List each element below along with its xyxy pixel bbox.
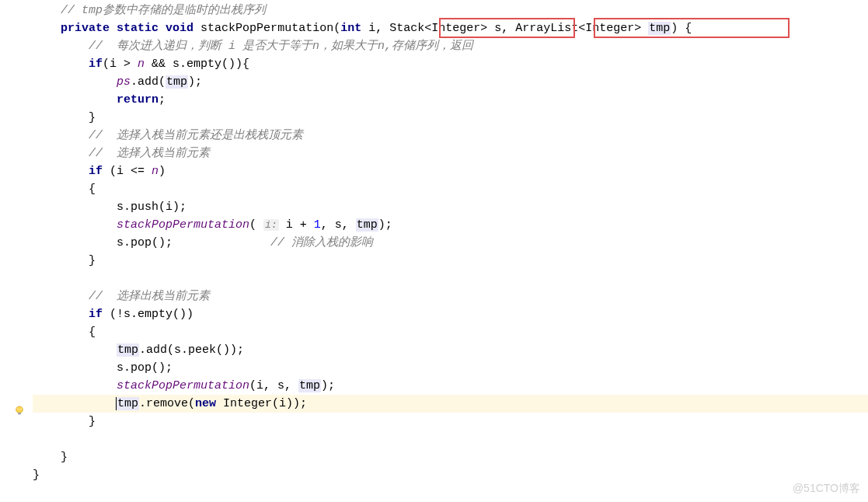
text: { [89, 183, 96, 196]
keyword: new [195, 397, 216, 410]
field: n [138, 58, 145, 71]
text: && s.empty()){ [145, 58, 249, 71]
code-line: s.push(i); [33, 198, 868, 216]
comment: // 选择出栈当前元素 [89, 290, 210, 303]
keyword: void [166, 22, 193, 35]
text: ); [378, 218, 392, 232]
text [173, 236, 270, 249]
code-line: stackPopPermutation( i: i + 1, s, tmp); [33, 216, 868, 234]
text: ); [188, 75, 202, 89]
type: ArrayList<Integer> [515, 22, 648, 35]
code-line: tmp.add(s.peek()); [33, 341, 868, 359]
text: (!s.empty()) [103, 308, 193, 321]
text: s.pop(); [117, 361, 173, 375]
comment: // tmp参数中存储的是临时的出栈序列 [61, 4, 266, 17]
code-line: } [33, 466, 868, 484]
code-line: } [33, 252, 868, 270]
text: ( [249, 218, 263, 232]
code-line: stackPopPermutation(i, s, tmp); [33, 377, 868, 395]
code-line: { [33, 180, 868, 198]
method-call: stackPopPermutation [117, 218, 249, 232]
text: ; [159, 93, 166, 106]
text: ) [159, 165, 166, 178]
code-line-active: tmp.remove(new Integer(i)); [33, 395, 868, 413]
watermark: @51CTO博客 [793, 482, 860, 496]
comment: // 每次进入递归，判断 i 是否大于等于n，如果大于n,存储序列，返回 [89, 40, 473, 53]
param: tmp [298, 379, 321, 392]
text: s.push(i); [117, 200, 186, 214]
text: s.pop(); [117, 236, 173, 249]
param: tmp [117, 343, 139, 357]
text: ) { [671, 22, 692, 35]
text: i, [361, 22, 389, 35]
code-line: if (i <= n) [33, 162, 868, 180]
comment: // 选择入栈当前元素 [89, 147, 210, 160]
code-line: ps.add(tmp); [33, 73, 868, 91]
keyword: static [117, 22, 159, 35]
parameter-hint: i: [263, 219, 279, 231]
text: .add( [131, 75, 166, 89]
keyword: return [117, 93, 159, 106]
keyword: if [89, 308, 103, 321]
text: .remove( [139, 397, 195, 410]
method-call: stackPopPermutation [117, 379, 249, 392]
text: , s, [321, 218, 356, 232]
number: 1 [314, 218, 321, 232]
code-line: if(i > n && s.empty()){ [33, 55, 868, 73]
code-line: private static void stackPopPermutation(… [33, 19, 868, 37]
code-line: } [33, 413, 868, 431]
comment: // 消除入栈的影响 [270, 236, 373, 249]
code-line [33, 431, 868, 448]
text: , [501, 22, 515, 35]
text: Integer(i)); [216, 397, 307, 410]
param: tmp [648, 22, 671, 35]
param: tmp [117, 397, 139, 410]
text: { [89, 326, 96, 339]
method-name: stackPopPermutation [200, 22, 333, 35]
field: n [152, 165, 159, 178]
text: } [89, 415, 96, 428]
text: } [61, 451, 68, 464]
code-line: // 每次进入递归，判断 i 是否大于等于n，如果大于n,存储序列，返回 [33, 37, 868, 55]
keyword: int [340, 22, 361, 35]
text: ( [333, 22, 340, 35]
code-line: if (!s.empty()) [33, 305, 868, 323]
text: i + [279, 218, 314, 232]
type: Stack<Integer> s [389, 22, 501, 35]
text: (i <= [103, 165, 152, 178]
code-line: // 选择出栈当前元素 [33, 288, 868, 305]
text: .add(s.peek()); [139, 343, 244, 357]
keyword: if [89, 58, 103, 71]
field: ps [117, 75, 131, 89]
keyword: private [61, 22, 110, 35]
text: (i > [103, 58, 138, 71]
text: ); [321, 379, 335, 392]
param: tmp [356, 218, 378, 232]
code-line: // 选择入栈当前元素 [33, 145, 868, 162]
code-line [33, 270, 868, 288]
code-line: s.pop(); [33, 359, 868, 377]
code-editor[interactable]: // tmp参数中存储的是临时的出栈序列 private static void… [0, 0, 868, 484]
code-line: s.pop(); // 消除入栈的影响 [33, 234, 868, 252]
code-line: } [33, 448, 868, 466]
text: } [89, 254, 96, 267]
comment: // 选择入栈当前元素还是出栈栈顶元素 [89, 129, 303, 142]
text: } [33, 469, 40, 482]
code-line: } [33, 109, 868, 127]
code-line: // 选择入栈当前元素还是出栈栈顶元素 [33, 127, 868, 145]
param: tmp [166, 75, 188, 89]
text: } [89, 111, 96, 124]
keyword: if [89, 165, 103, 178]
code-line: { [33, 323, 868, 341]
code-line: return; [33, 91, 868, 109]
text: (i, s, [249, 379, 298, 392]
code-line: // tmp参数中存储的是临时的出栈序列 [33, 2, 868, 19]
